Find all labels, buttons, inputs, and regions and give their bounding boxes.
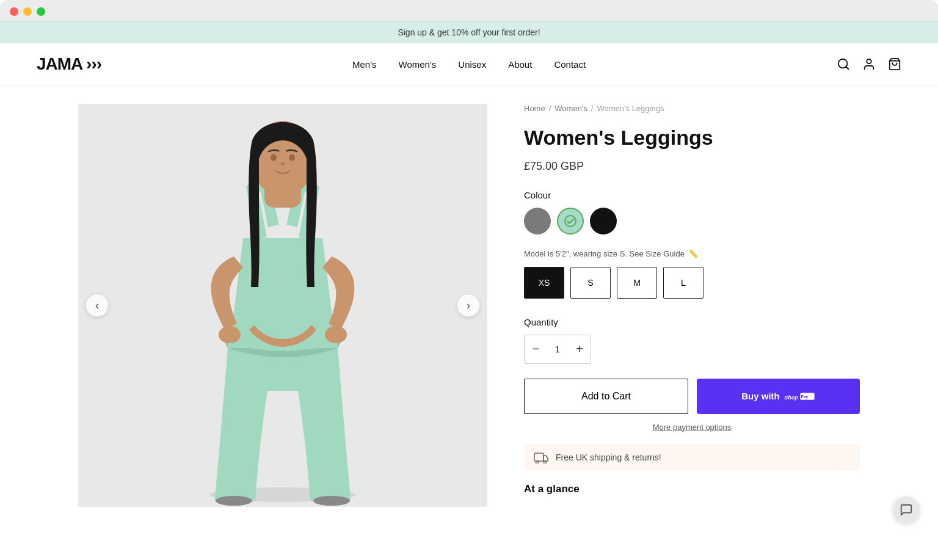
product-page: ‹ › Home / Women's / Women's Leggings Wo… — [42, 85, 896, 507]
colour-options — [524, 208, 860, 235]
svg-point-12 — [216, 496, 252, 506]
nav-about[interactable]: About — [508, 59, 532, 70]
more-payment-options[interactable]: More payment options — [524, 423, 860, 432]
nav-unisex[interactable]: Unisex — [458, 59, 486, 70]
svg-point-11 — [325, 326, 347, 343]
buy-with-label: Buy with — [741, 391, 780, 401]
prev-arrow-icon: ‹ — [95, 299, 99, 312]
product-image-container: ‹ › — [78, 104, 487, 507]
action-buttons: Add to Cart Buy with Shop Pay — [524, 379, 860, 414]
svg-text:Shop: Shop — [784, 394, 798, 400]
quantity-value: 1 — [547, 344, 569, 354]
colour-swatch-mint[interactable] — [557, 208, 584, 235]
quantity-label: Quantity — [524, 317, 860, 327]
chat-bubble[interactable] — [893, 496, 920, 507]
window-chrome — [0, 0, 938, 21]
promo-banner-text: Sign up & get 10% off your first order! — [398, 27, 540, 37]
prev-image-arrow[interactable]: ‹ — [85, 294, 109, 317]
at-a-glance-heading: At a glance — [524, 483, 860, 495]
svg-line-1 — [846, 67, 848, 69]
shop-pay-logo: Shop Pay — [783, 390, 815, 403]
breadcrumb-womens[interactable]: Women's — [554, 104, 587, 113]
svg-text:Pay: Pay — [801, 394, 808, 399]
header-icons — [837, 57, 901, 71]
buy-with-shoppay-button[interactable]: Buy with Shop Pay — [697, 379, 860, 414]
size-m[interactable]: M — [617, 267, 657, 299]
site-logo[interactable]: JAMA ››› — [37, 54, 101, 74]
size-note: Model is 5'2", wearing size S. See Size … — [524, 249, 860, 258]
svg-rect-18 — [534, 453, 544, 461]
quantity-control: − 1 + — [524, 335, 591, 364]
selected-checkmark-icon — [564, 215, 576, 227]
site-header: JAMA ››› Men's Women's Unisex About Cont… — [0, 43, 938, 85]
nav-contact[interactable]: Contact — [554, 59, 586, 70]
product-details: Home / Women's / Women's Leggings Women'… — [524, 85, 860, 507]
svg-point-19 — [536, 461, 539, 464]
product-image-section: ‹ › — [78, 104, 487, 507]
quantity-decrease[interactable]: − — [525, 335, 547, 363]
size-note-text: Model is 5'2", wearing size S. See Size … — [524, 249, 685, 258]
svg-point-2 — [867, 59, 871, 64]
svg-point-10 — [219, 326, 241, 343]
breadcrumb-current: Women's Leggings — [597, 104, 664, 113]
breadcrumb: Home / Women's / Women's Leggings — [524, 104, 860, 113]
nav-womens[interactable]: Women's — [399, 59, 437, 70]
colour-swatch-black[interactable] — [590, 208, 617, 235]
svg-point-8 — [271, 155, 277, 161]
ruler-icon: 📏 — [688, 249, 698, 258]
size-s[interactable]: S — [570, 267, 611, 299]
quantity-increase[interactable]: + — [569, 335, 591, 363]
colour-swatch-grey[interactable] — [524, 208, 551, 235]
shop-pay-text: Buy with Shop Pay — [741, 390, 815, 403]
breadcrumb-home[interactable]: Home — [524, 104, 545, 113]
promo-banner: Sign up & get 10% off your first order! — [0, 21, 938, 43]
size-options: XS S M L — [524, 267, 860, 299]
size-l[interactable]: L — [663, 267, 704, 299]
main-nav: Men's Women's Unisex About Contact — [352, 59, 586, 70]
product-price: £75.00 GBP — [524, 160, 860, 173]
svg-point-14 — [565, 216, 576, 227]
cart-icon[interactable] — [888, 57, 901, 71]
shipping-text: Free UK shipping & returns! — [556, 453, 661, 462]
minimize-button[interactable] — [23, 7, 32, 16]
add-to-cart-button[interactable]: Add to Cart — [524, 379, 688, 414]
svg-point-13 — [313, 496, 350, 506]
next-arrow-icon: › — [467, 299, 470, 312]
chat-icon — [900, 503, 913, 507]
svg-point-20 — [544, 461, 547, 464]
close-button[interactable] — [10, 7, 18, 16]
product-image — [78, 104, 487, 507]
svg-point-9 — [289, 155, 295, 161]
truck-icon — [534, 451, 548, 464]
nav-mens[interactable]: Men's — [352, 59, 377, 70]
size-xs[interactable]: XS — [524, 267, 564, 299]
colour-label: Colour — [524, 190, 860, 200]
search-icon[interactable] — [837, 57, 850, 71]
breadcrumb-sep-2: / — [591, 104, 594, 113]
maximize-button[interactable] — [37, 7, 45, 16]
shipping-badge: Free UK shipping & returns! — [524, 444, 860, 471]
account-icon[interactable] — [862, 57, 876, 71]
next-image-arrow[interactable]: › — [457, 294, 480, 317]
product-title: Women's Leggings — [524, 125, 860, 150]
breadcrumb-sep-1: / — [549, 104, 551, 113]
